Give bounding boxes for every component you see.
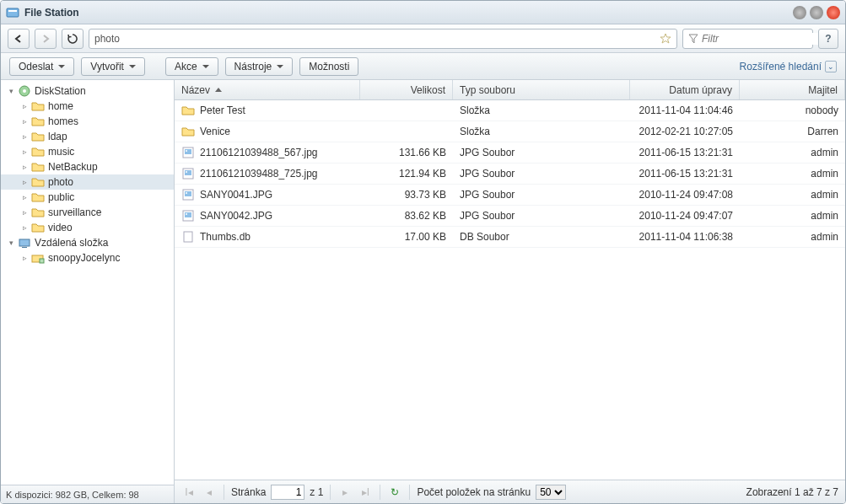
folder-icon bbox=[31, 131, 45, 142]
advanced-search-link[interactable]: Rozšířené hledání ⌄ bbox=[740, 61, 837, 72]
column-name[interactable]: Název bbox=[175, 80, 360, 99]
file-size: 131.66 KB bbox=[360, 147, 453, 158]
tree-label: home bbox=[48, 100, 73, 112]
table-row[interactable]: Thumbs.db17.00 KBDB Soubor2011-11-04 11:… bbox=[175, 227, 845, 248]
prev-page-button[interactable]: ◂ bbox=[202, 485, 217, 500]
maximize-button[interactable] bbox=[810, 6, 823, 19]
caret-down-icon bbox=[202, 65, 209, 68]
tree-toggle-icon[interactable]: ▹ bbox=[19, 254, 30, 262]
table-row[interactable]: 21106121039488_725.jpg121.94 KBJPG Soubo… bbox=[175, 164, 845, 185]
column-owner[interactable]: Majitel bbox=[740, 80, 845, 99]
perpage-select[interactable]: 50 bbox=[536, 485, 566, 500]
action-button[interactable]: Akce bbox=[165, 57, 218, 76]
column-size[interactable]: Velikost bbox=[360, 80, 453, 99]
tree-label: DiskStation bbox=[35, 85, 86, 97]
pager-summary: Zobrazení 1 až 7 z 7 bbox=[746, 486, 838, 498]
titlebar: File Station bbox=[1, 1, 845, 24]
pager: I◂ ◂ Stránka z 1 ▸ ▸I ↻ Počet položek na… bbox=[175, 480, 845, 503]
next-page-button[interactable]: ▸ bbox=[337, 485, 353, 500]
page-input[interactable] bbox=[271, 485, 304, 500]
tree-root-remote[interactable]: ▾Vzdálená složka bbox=[1, 235, 174, 250]
file-type: JPG Soubor bbox=[453, 168, 630, 180]
path-input[interactable] bbox=[94, 33, 660, 45]
svg-point-19 bbox=[186, 213, 187, 215]
table-row[interactable]: Peter TestSložka2011-11-04 11:04:46nobod… bbox=[175, 100, 845, 121]
tree-label: photo bbox=[48, 176, 73, 188]
tree-toggle-icon[interactable]: ▹ bbox=[19, 132, 30, 141]
folder-icon bbox=[181, 126, 195, 137]
tree-toggle-icon[interactable]: ▹ bbox=[19, 117, 30, 126]
close-button[interactable] bbox=[827, 6, 840, 19]
tree-item-public[interactable]: ▹public bbox=[1, 190, 174, 205]
folder-icon bbox=[31, 146, 45, 158]
tree-item-home[interactable]: ▹home bbox=[1, 99, 174, 114]
folder-icon bbox=[31, 115, 45, 127]
file-type: Složka bbox=[453, 105, 630, 116]
help-button[interactable]: ? bbox=[818, 29, 838, 49]
path-input-container bbox=[89, 29, 677, 49]
tree-toggle-icon[interactable]: ▹ bbox=[19, 223, 30, 232]
chevron-down-icon: ⌄ bbox=[825, 61, 837, 72]
tree-toggle-icon[interactable]: ▹ bbox=[19, 102, 30, 110]
tree-item-music[interactable]: ▹music bbox=[1, 144, 174, 159]
navigation-bar: ? bbox=[1, 24, 845, 53]
svg-point-3 bbox=[23, 89, 26, 93]
folder-icon bbox=[31, 191, 45, 203]
grid-body: Peter TestSložka2011-11-04 11:04:46nobod… bbox=[175, 100, 845, 480]
jpg-icon bbox=[181, 168, 195, 180]
tree-item-surveillance[interactable]: ▹surveillance bbox=[1, 205, 174, 220]
tools-button[interactable]: Nástroje bbox=[225, 57, 294, 76]
last-page-button[interactable]: ▸I bbox=[358, 485, 373, 500]
file-date: 2010-11-24 09:47:08 bbox=[630, 189, 740, 201]
folder-icon bbox=[181, 105, 195, 116]
options-button[interactable]: Možnosti bbox=[299, 57, 358, 76]
table-row[interactable]: SANY0042.JPG83.62 KBJPG Soubor2010-11-24… bbox=[175, 206, 845, 227]
column-date[interactable]: Datum úpravy bbox=[630, 80, 740, 99]
table-row[interactable]: VeniceSložka2012-02-21 10:27:05Darren bbox=[175, 121, 845, 142]
tree-toggle-icon[interactable]: ▹ bbox=[19, 208, 30, 217]
reload-button[interactable]: ↻ bbox=[387, 485, 402, 500]
file-date: 2010-11-24 09:47:07 bbox=[630, 210, 740, 222]
svg-point-10 bbox=[186, 150, 187, 152]
svg-point-16 bbox=[186, 192, 187, 194]
tree-toggle-icon[interactable]: ▾ bbox=[6, 239, 16, 247]
tree-toggle-icon[interactable]: ▹ bbox=[19, 163, 30, 171]
tree-toggle-icon[interactable]: ▹ bbox=[19, 193, 30, 201]
file-name: Thumbs.db bbox=[200, 231, 251, 243]
column-type[interactable]: Typ souboru bbox=[453, 80, 630, 99]
file-type: JPG Soubor bbox=[453, 189, 630, 201]
jpg-icon bbox=[181, 210, 195, 222]
refresh-button[interactable] bbox=[62, 29, 84, 49]
tree-toggle-icon[interactable]: ▾ bbox=[6, 87, 16, 95]
table-row[interactable]: 21106121039488_567.jpg131.66 KBJPG Soubo… bbox=[175, 142, 845, 164]
sidebar: ▾DiskStation▹home▹homes▹ldap▹music▹NetBa… bbox=[1, 80, 175, 503]
tree-item-NetBackup[interactable]: ▹NetBackup bbox=[1, 159, 174, 174]
tree-toggle-icon[interactable]: ▹ bbox=[19, 178, 30, 186]
caret-down-icon bbox=[129, 65, 136, 68]
disk-status: K dispozici: 982 GB, Celkem: 98 bbox=[1, 485, 174, 503]
tree-toggle-icon[interactable]: ▹ bbox=[19, 147, 30, 156]
share-icon bbox=[31, 252, 45, 264]
tree-item-photo[interactable]: ▹photo bbox=[1, 174, 174, 190]
create-button[interactable]: Vytvořit bbox=[81, 57, 145, 76]
forward-button[interactable] bbox=[35, 29, 57, 49]
upload-button[interactable]: Odeslat bbox=[9, 57, 74, 76]
minimize-button[interactable] bbox=[793, 6, 806, 19]
tree-label: snoopyJocelync bbox=[48, 252, 120, 264]
star-icon[interactable] bbox=[660, 33, 671, 45]
file-name: SANY0042.JPG bbox=[200, 210, 272, 222]
first-page-button[interactable]: I◂ bbox=[181, 485, 197, 500]
table-row[interactable]: SANY0041.JPG93.73 KBJPG Soubor2010-11-24… bbox=[175, 185, 845, 206]
tree-label: homes bbox=[48, 115, 78, 127]
tree-item-snoopyJocelync[interactable]: ▹snoopyJocelync bbox=[1, 250, 174, 265]
file-icon bbox=[181, 231, 195, 243]
tree-item-homes[interactable]: ▹homes bbox=[1, 114, 174, 129]
file-date: 2011-11-04 11:04:46 bbox=[630, 105, 740, 116]
back-button[interactable] bbox=[8, 29, 30, 49]
tree-item-video[interactable]: ▹video bbox=[1, 220, 174, 235]
tree-root-diskstation[interactable]: ▾DiskStation bbox=[1, 83, 174, 99]
tree-item-ldap[interactable]: ▹ldap bbox=[1, 129, 174, 144]
filter-input[interactable] bbox=[702, 33, 829, 45]
file-name: SANY0041.JPG bbox=[200, 189, 272, 201]
file-station-window: File Station ? Odeslat Vytvořit Akce Nás… bbox=[0, 0, 846, 504]
